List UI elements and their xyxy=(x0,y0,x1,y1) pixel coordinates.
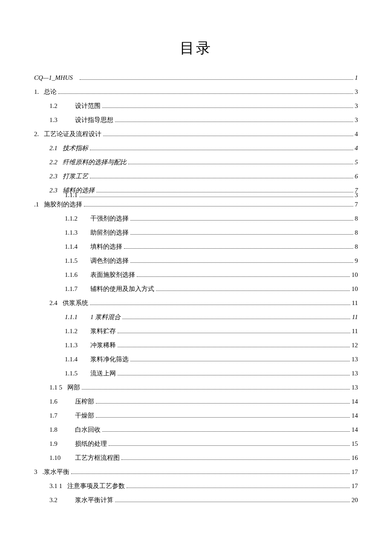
toc-entry-number: 1.6 xyxy=(49,398,70,405)
toc-entry-page: 17 xyxy=(352,469,358,475)
toc-entry-number: 2.3 xyxy=(49,187,58,194)
toc-leader-dots xyxy=(90,150,353,150)
toc-entry-number: CQ—1_MHUS xyxy=(34,75,73,81)
toc-entry-page: 14 xyxy=(352,398,358,405)
toc-entry: 1.9损纸的处理15 xyxy=(34,437,358,451)
toc-entry-text: 施胶剂的选择 xyxy=(44,201,82,208)
toc-leader-dots xyxy=(80,79,353,80)
toc-entry: 1.10工艺方框流程图16 xyxy=(34,451,358,465)
toc-entry: 1.1.5流送上网13 xyxy=(34,366,358,381)
toc-leader-dots xyxy=(124,248,353,249)
toc-entry: 2.工艺论证及流程设计4 xyxy=(34,127,358,141)
toc-entry-text: 供浆系统 xyxy=(63,299,88,306)
toc-entry-number: 1.3 xyxy=(49,117,70,123)
toc-leader-dots xyxy=(121,459,350,460)
toc-entry-text: .浆水平衡 xyxy=(43,468,70,475)
toc-entry-number: 2.2 xyxy=(49,159,58,166)
toc-entry: 2.2纤维原料的选择与配比5 xyxy=(34,155,358,169)
toc-leader-dots xyxy=(156,291,350,291)
toc-entry-number: 1.1.3 xyxy=(65,342,85,349)
toc-entry-label: 1.1.4浆料净化筛选 xyxy=(65,356,129,363)
toc-leader-dots xyxy=(115,122,353,122)
toc-entry-text: 压榨部 xyxy=(75,398,94,405)
toc-entry-number: 1.1 5 xyxy=(49,384,62,391)
toc-entry-number: 1.1.5 xyxy=(65,370,85,377)
toc-entry-number: 2.3 xyxy=(49,173,58,180)
toc-leader-dots xyxy=(90,178,353,178)
toc-leader-dots xyxy=(58,93,353,94)
toc-entry-page: 10 xyxy=(352,272,358,278)
toc-entry-page: 4 xyxy=(355,131,358,137)
toc-entry-number: 1. xyxy=(34,89,39,95)
toc-entry-page: 13 xyxy=(352,384,358,391)
toc-entry: .1施胶剂的选择7 xyxy=(34,198,358,212)
toc-entry-page: 4 xyxy=(355,145,358,151)
toc-entry-text: 技术指标 xyxy=(63,145,88,151)
toc-entry-label: 1.1.3冲浆稀释 xyxy=(65,342,116,349)
toc-entry-number: .1 xyxy=(34,201,39,208)
toc-entry-text: 工艺方框流程图 xyxy=(75,454,120,461)
toc-entry-label: 1.6压榨部 xyxy=(49,398,94,405)
toc-entry-text: 工艺论证及流程设计 xyxy=(44,131,101,137)
toc-entry: 1.1.2干强剂的选择8 xyxy=(34,212,358,226)
toc-entry: 2.1技术指标4 xyxy=(34,141,358,155)
toc-entry-text: 损纸的处理 xyxy=(75,440,107,447)
toc-entry-page: 11 xyxy=(352,300,358,306)
toc-entry-label: 1.2设计范围 xyxy=(49,103,101,109)
toc-entry-page: 12 xyxy=(352,342,358,349)
toc-entry-page: 16 xyxy=(352,455,358,461)
toc-entry-page: 6 xyxy=(355,173,358,180)
toc-entry-label: 1.1.7辅料的使用及加入方式 xyxy=(65,286,154,292)
toc-entry-label: 2.3打浆工艺 xyxy=(49,173,88,180)
toc-entry-number: 1.1.4 xyxy=(65,244,85,250)
toc-leader-dots xyxy=(137,276,350,277)
toc-leader-dots xyxy=(96,403,350,404)
toc-entry: 1.1.11 浆料混合11 xyxy=(34,310,358,324)
toc-entry: 1.1 5网部13 xyxy=(34,381,358,395)
toc-leader-dots xyxy=(122,319,350,319)
toc-entry-label: 1.1.11 浆料混合 xyxy=(65,314,121,320)
toc-entry-text: 调色剂的选择 xyxy=(90,257,129,264)
toc-entry: 1.8白水回收14 xyxy=(34,423,358,437)
toc-entry-label: 1.1.2干强剂的选择 xyxy=(65,215,129,222)
toc-entry-label: 3.2浆水平衡计算 xyxy=(49,497,113,503)
toc-entry: 3.1 1注意事项及工艺参数17 xyxy=(34,479,358,493)
toc-entry-text: 1 浆料混合 xyxy=(90,314,121,320)
toc-entry-label: 2.1技术指标 xyxy=(49,145,88,151)
toc-leader-dots xyxy=(130,361,350,361)
toc-leader-dots xyxy=(109,445,350,446)
toc-entry-number: 3.1 1 xyxy=(49,483,62,489)
toc-entry-page: 11 xyxy=(352,314,358,320)
toc-leader-dots xyxy=(84,206,353,206)
toc-leader-dots xyxy=(90,305,350,305)
toc-entry-label: 1.7干燥部 xyxy=(49,413,94,419)
toc-entry: 1.1.2浆料贮存11 xyxy=(34,324,358,338)
toc-entry-page: 1 xyxy=(355,75,358,81)
toc-entry-label: 1.1.3助留剂的选择 xyxy=(65,230,129,236)
toc-entry-label: .1施胶剂的选择 xyxy=(34,201,82,208)
toc-entry-number: 2. xyxy=(34,131,39,137)
toc-entry-label: 2.2纤维原料的选择与配比 xyxy=(49,159,127,166)
toc-entry-page: 17 xyxy=(352,483,358,489)
toc-leader-dots xyxy=(96,417,350,418)
toc-leader-dots xyxy=(103,136,353,136)
toc-entry-label: 1.8白水回收 xyxy=(49,427,101,433)
toc-entry-label: 1.10工艺方框流程图 xyxy=(49,455,120,461)
toc-entry-page: 14 xyxy=(352,427,358,433)
toc-leader-dots xyxy=(118,375,350,375)
toc-entry-number: 3.2 xyxy=(49,497,70,503)
toc-entry-page: 8 xyxy=(355,215,358,222)
toc-entry-number: 2.4 xyxy=(49,300,58,306)
toc-entry-page: 13 xyxy=(352,370,358,377)
toc-entry-page: 11 xyxy=(352,328,358,334)
toc-entry: 1.2设计范围3 xyxy=(34,99,358,113)
toc-entry-text: 流送上网 xyxy=(90,370,116,377)
toc-leader-dots xyxy=(71,474,350,474)
toc-entry-page: 10 xyxy=(352,286,358,292)
toc-entry-text: 纤维原料的选择与配比 xyxy=(63,159,127,166)
toc-entry-number: 1.2 xyxy=(49,103,70,109)
toc-entry-text: 干燥部 xyxy=(75,412,94,419)
toc-entry-label: 1.1.4填料的选择 xyxy=(65,244,122,250)
toc-entry-number: 1.1.1 xyxy=(65,314,85,320)
toc-entry-page: 7 xyxy=(355,201,358,208)
